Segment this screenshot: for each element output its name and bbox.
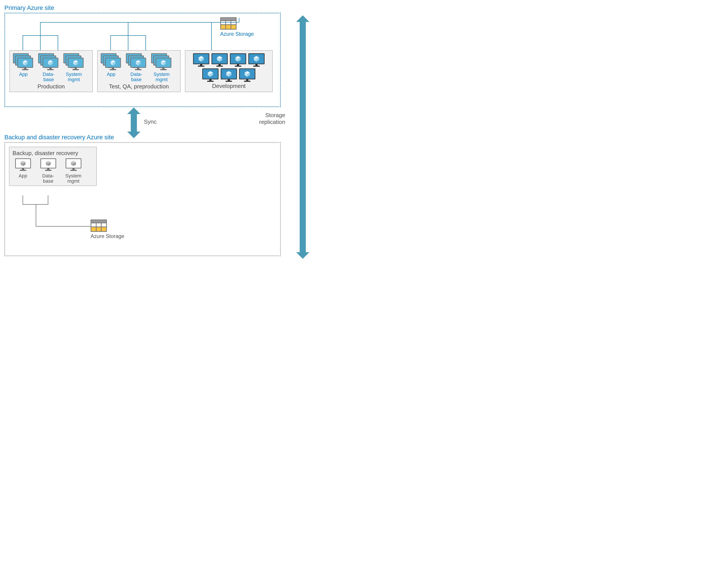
connector [40, 22, 239, 23]
connector [128, 35, 128, 50]
diagram-canvas: Primary Azure site Azure Storage [4, 4, 325, 268]
connector [145, 35, 146, 50]
connector [36, 226, 90, 227]
primary-site-box: Azure Storage [4, 13, 281, 107]
vm-stack-icon [38, 53, 58, 71]
connector [23, 35, 23, 50]
backup-site-title: Backup and disaster recovery Azure site [4, 134, 281, 141]
test-title: Test, QA, preproduction [101, 82, 177, 90]
storage-replication-label: Storage replication [259, 112, 285, 125]
connector [23, 204, 48, 205]
connector [40, 22, 41, 35]
production-title: Production [13, 82, 89, 90]
test-app-label: App [101, 72, 122, 77]
backup-group: Backup, disaster recovery App Data- base [9, 147, 97, 186]
connector [23, 195, 23, 204]
primary-storage: Azure Storage [220, 17, 254, 37]
vm-stack-icon [126, 53, 146, 71]
backup-app-label: App [13, 173, 33, 178]
vm-icon [66, 159, 81, 172]
connector [58, 35, 58, 50]
test-group: App Data- base [97, 50, 181, 92]
storage-icon [90, 219, 107, 232]
prod-app-label: App [13, 72, 34, 77]
connector [48, 195, 48, 204]
sync-arrow-icon [127, 107, 141, 138]
connector [40, 35, 41, 50]
vm-icon [40, 159, 56, 172]
vm-stack-icon [101, 53, 121, 71]
connector [211, 22, 212, 50]
primary-site-title: Primary Azure site [4, 4, 325, 12]
backup-db-label: Data- base [38, 173, 59, 184]
vm-stack-icon [151, 53, 171, 71]
connector [239, 18, 239, 22]
connector [110, 35, 111, 50]
dev-title: Development [188, 82, 269, 89]
storage-replication-arrow-icon [296, 15, 309, 259]
prod-db-label: Data- base [38, 72, 59, 82]
vm-icon [211, 53, 228, 67]
test-db-label: Data- base [126, 72, 147, 82]
prod-sys-label: System mgmt [63, 72, 84, 82]
production-group: App Data- base [9, 50, 93, 92]
vm-icon [248, 53, 265, 67]
vm-icon [230, 53, 246, 67]
connector [36, 204, 36, 226]
backup-group-title: Backup, disaster recovery [13, 150, 93, 159]
backup-storage: Azure Storage [90, 219, 124, 239]
backup-sys-label: System mgmt [63, 173, 84, 184]
sync-label: Sync [144, 119, 156, 125]
primary-storage-label: Azure Storage [220, 31, 254, 37]
backup-site-box: Backup, disaster recovery App Data- base [4, 142, 281, 256]
dev-group: Development [185, 50, 273, 92]
vm-icon [15, 159, 31, 172]
vm-icon [193, 53, 209, 67]
connector [128, 22, 128, 35]
storage-icon [220, 17, 236, 29]
vm-stack-icon [63, 53, 83, 71]
vm-stack-icon [13, 53, 33, 71]
backup-storage-label: Azure Storage [90, 233, 124, 239]
vm-icon [202, 68, 218, 82]
vm-icon [239, 68, 255, 82]
vm-icon [221, 68, 237, 82]
test-sys-label: System mgmt [151, 72, 172, 82]
